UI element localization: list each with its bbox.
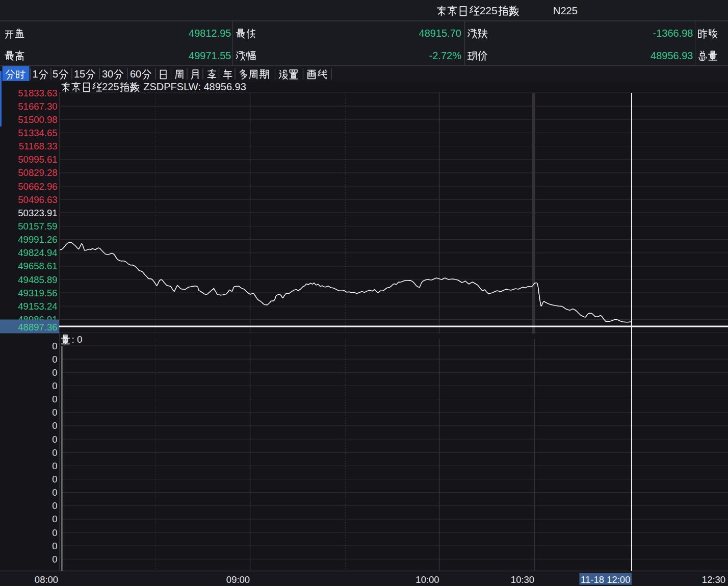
svg-text:30: 30 — [102, 68, 113, 80]
svg-text:: 0: : 0 — [71, 334, 82, 345]
svg-text:0: 0 — [52, 500, 57, 511]
svg-text:1: 1 — [33, 68, 38, 80]
svg-text:0: 0 — [52, 394, 57, 404]
svg-text:10:00: 10:00 — [415, 574, 439, 585]
svg-text:-1366.98: -1366.98 — [653, 28, 693, 39]
svg-text:49812.95: 49812.95 — [189, 28, 231, 39]
svg-text:51667.30: 51667.30 — [18, 101, 57, 112]
svg-text:-2.72%: -2.72% — [429, 50, 462, 61]
svg-text:0: 0 — [52, 420, 57, 431]
svg-text:0: 0 — [52, 527, 57, 538]
svg-text:0: 0 — [52, 380, 57, 391]
svg-text:0: 0 — [52, 367, 57, 378]
svg-text:0: 0 — [52, 541, 57, 551]
svg-text:51833.63: 51833.63 — [18, 88, 57, 98]
svg-text:51500.98: 51500.98 — [18, 114, 57, 125]
svg-text:0: 0 — [52, 354, 57, 365]
svg-text:0: 0 — [52, 434, 57, 445]
svg-text:50323.91: 50323.91 — [18, 208, 57, 218]
svg-text:0: 0 — [52, 554, 57, 565]
svg-text:0: 0 — [52, 487, 57, 498]
svg-text:50995.61: 50995.61 — [18, 154, 57, 165]
svg-text:50496.63: 50496.63 — [18, 194, 57, 205]
svg-text:15: 15 — [74, 68, 85, 80]
svg-text:0: 0 — [52, 447, 57, 458]
svg-text:51334.65: 51334.65 — [18, 128, 57, 138]
svg-text:50829.28: 50829.28 — [18, 167, 57, 178]
svg-text:0: 0 — [52, 461, 57, 471]
svg-text:49824.94: 49824.94 — [18, 247, 57, 258]
svg-text:48956.93: 48956.93 — [651, 50, 693, 61]
svg-text:10:30: 10:30 — [511, 574, 534, 585]
svg-text:49991.26: 49991.26 — [18, 234, 57, 245]
svg-text:49658.61: 49658.61 — [18, 261, 57, 271]
svg-text:12:30: 12:30 — [702, 574, 725, 585]
svg-text:49153.24: 49153.24 — [18, 301, 57, 312]
svg-text:60: 60 — [130, 68, 141, 80]
svg-text:0: 0 — [52, 474, 57, 485]
svg-text:N225: N225 — [553, 5, 578, 16]
svg-text:09:00: 09:00 — [226, 574, 250, 585]
svg-text:0: 0 — [52, 341, 57, 351]
svg-text:5: 5 — [53, 68, 58, 80]
svg-text:50157.59: 50157.59 — [18, 221, 57, 232]
svg-text:51168.33: 51168.33 — [19, 141, 58, 151]
svg-text:0: 0 — [52, 514, 57, 524]
svg-text:48897.36: 48897.36 — [18, 322, 57, 333]
svg-text:49971.55: 49971.55 — [189, 50, 231, 61]
svg-text:225: 225 — [102, 81, 119, 92]
svg-text:ZSDPFSLW: 48956.93: ZSDPFSLW: 48956.93 — [143, 81, 246, 92]
svg-text:11-18 12:00: 11-18 12:00 — [581, 574, 630, 585]
svg-text:08:00: 08:00 — [35, 574, 58, 585]
svg-text:0: 0 — [52, 407, 57, 418]
svg-text:48915.70: 48915.70 — [419, 28, 461, 39]
svg-text:225: 225 — [480, 5, 498, 16]
svg-text:49319.56: 49319.56 — [18, 288, 57, 298]
svg-text:50662.96: 50662.96 — [18, 181, 57, 192]
svg-text:49485.89: 49485.89 — [18, 274, 57, 285]
